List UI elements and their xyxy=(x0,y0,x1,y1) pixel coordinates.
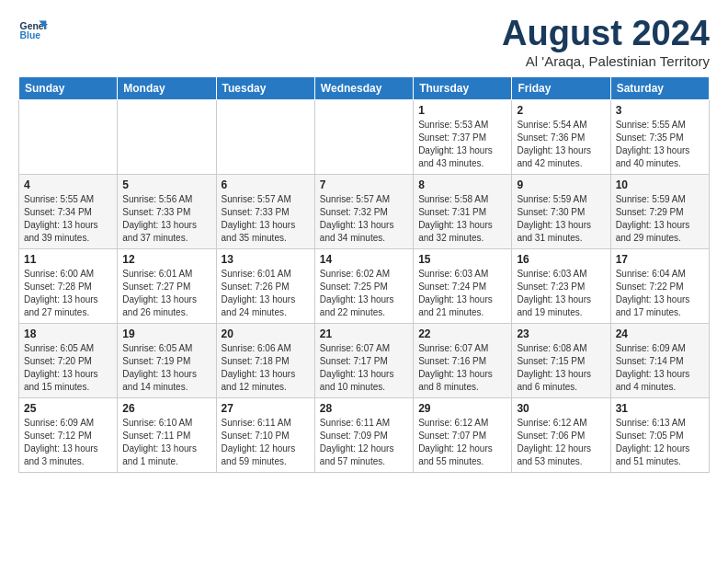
day-info: Sunrise: 6:11 AM Sunset: 7:10 PM Dayligh… xyxy=(222,417,310,468)
day-info: Sunrise: 6:01 AM Sunset: 7:27 PM Dayligh… xyxy=(122,268,210,319)
day-cell xyxy=(314,99,413,174)
day-number: 27 xyxy=(222,402,310,415)
day-cell: 25Sunrise: 6:09 AM Sunset: 7:12 PM Dayli… xyxy=(19,397,118,472)
day-cell: 27Sunrise: 6:11 AM Sunset: 7:10 PM Dayli… xyxy=(216,397,314,472)
day-cell: 12Sunrise: 6:01 AM Sunset: 7:27 PM Dayli… xyxy=(118,248,216,323)
week-row-3: 11Sunrise: 6:00 AM Sunset: 7:28 PM Dayli… xyxy=(19,248,710,323)
day-info: Sunrise: 5:58 AM Sunset: 7:31 PM Dayligh… xyxy=(418,193,506,245)
day-info: Sunrise: 5:55 AM Sunset: 7:34 PM Dayligh… xyxy=(24,193,112,245)
day-number: 6 xyxy=(222,178,310,191)
day-number: 18 xyxy=(24,327,112,340)
day-info: Sunrise: 6:11 AM Sunset: 7:09 PM Dayligh… xyxy=(320,417,408,468)
day-number: 14 xyxy=(320,253,408,266)
day-cell: 29Sunrise: 6:12 AM Sunset: 7:07 PM Dayli… xyxy=(414,397,512,472)
day-header-sunday: Sunday xyxy=(19,76,118,99)
week-row-1: 1Sunrise: 5:53 AM Sunset: 7:37 PM Daylig… xyxy=(19,99,710,174)
day-number: 29 xyxy=(418,402,506,415)
title-block: August 2024 Al 'Araqa, Palestinian Terri… xyxy=(502,15,710,69)
day-cell: 17Sunrise: 6:04 AM Sunset: 7:22 PM Dayli… xyxy=(610,248,709,323)
day-header-friday: Friday xyxy=(512,76,610,99)
day-number: 30 xyxy=(517,402,605,415)
day-info: Sunrise: 6:00 AM Sunset: 7:28 PM Dayligh… xyxy=(24,268,112,319)
day-cell: 19Sunrise: 6:05 AM Sunset: 7:19 PM Dayli… xyxy=(118,323,216,397)
day-cell: 4Sunrise: 5:55 AM Sunset: 7:34 PM Daylig… xyxy=(19,174,118,248)
day-info: Sunrise: 6:10 AM Sunset: 7:11 PM Dayligh… xyxy=(122,417,210,468)
day-header-wednesday: Wednesday xyxy=(314,76,413,99)
week-row-2: 4Sunrise: 5:55 AM Sunset: 7:34 PM Daylig… xyxy=(19,174,710,248)
day-number: 1 xyxy=(418,104,506,117)
day-cell: 31Sunrise: 6:13 AM Sunset: 7:05 PM Dayli… xyxy=(610,397,709,472)
day-number: 11 xyxy=(24,253,112,266)
day-cell: 6Sunrise: 5:57 AM Sunset: 7:33 PM Daylig… xyxy=(216,174,314,248)
day-header-thursday: Thursday xyxy=(414,76,512,99)
day-info: Sunrise: 6:09 AM Sunset: 7:12 PM Dayligh… xyxy=(24,417,112,468)
day-cell: 23Sunrise: 6:08 AM Sunset: 7:15 PM Dayli… xyxy=(512,323,610,397)
day-cell xyxy=(216,99,314,174)
day-number: 17 xyxy=(616,253,704,266)
day-number: 2 xyxy=(517,104,605,117)
day-cell: 24Sunrise: 6:09 AM Sunset: 7:14 PM Dayli… xyxy=(610,323,709,397)
svg-text:Blue: Blue xyxy=(20,30,41,40)
logo-icon: General Blue xyxy=(18,15,48,44)
page-header: General Blue August 2024 Al 'Araqa, Pale… xyxy=(18,15,710,69)
day-info: Sunrise: 6:02 AM Sunset: 7:25 PM Dayligh… xyxy=(320,268,408,319)
day-cell: 8Sunrise: 5:58 AM Sunset: 7:31 PM Daylig… xyxy=(414,174,512,248)
day-number: 5 xyxy=(122,178,210,191)
day-number: 7 xyxy=(320,178,408,191)
day-info: Sunrise: 6:05 AM Sunset: 7:19 PM Dayligh… xyxy=(122,342,210,394)
day-info: Sunrise: 6:07 AM Sunset: 7:17 PM Dayligh… xyxy=(320,342,408,394)
day-cell xyxy=(19,99,118,174)
day-number: 9 xyxy=(517,178,605,191)
day-number: 3 xyxy=(616,104,704,117)
day-info: Sunrise: 6:03 AM Sunset: 7:23 PM Dayligh… xyxy=(517,268,605,319)
day-cell: 5Sunrise: 5:56 AM Sunset: 7:33 PM Daylig… xyxy=(118,174,216,248)
day-cell: 10Sunrise: 5:59 AM Sunset: 7:29 PM Dayli… xyxy=(610,174,709,248)
day-info: Sunrise: 6:09 AM Sunset: 7:14 PM Dayligh… xyxy=(616,342,704,394)
calendar-table: SundayMondayTuesdayWednesdayThursdayFrid… xyxy=(18,76,710,473)
day-number: 10 xyxy=(616,178,704,191)
day-cell: 11Sunrise: 6:00 AM Sunset: 7:28 PM Dayli… xyxy=(19,248,118,323)
day-cell: 26Sunrise: 6:10 AM Sunset: 7:11 PM Dayli… xyxy=(118,397,216,472)
day-info: Sunrise: 6:03 AM Sunset: 7:24 PM Dayligh… xyxy=(418,268,506,319)
day-number: 21 xyxy=(320,327,408,340)
day-header-monday: Monday xyxy=(118,76,216,99)
day-number: 16 xyxy=(517,253,605,266)
day-header-tuesday: Tuesday xyxy=(216,76,314,99)
day-number: 31 xyxy=(616,402,704,415)
day-number: 28 xyxy=(320,402,408,415)
day-number: 8 xyxy=(418,178,506,191)
day-info: Sunrise: 6:12 AM Sunset: 7:07 PM Dayligh… xyxy=(418,417,506,468)
day-number: 12 xyxy=(122,253,210,266)
day-cell: 2Sunrise: 5:54 AM Sunset: 7:36 PM Daylig… xyxy=(512,99,610,174)
day-cell: 9Sunrise: 5:59 AM Sunset: 7:30 PM Daylig… xyxy=(512,174,610,248)
subtitle: Al 'Araqa, Palestinian Territory xyxy=(502,53,710,69)
day-info: Sunrise: 6:08 AM Sunset: 7:15 PM Dayligh… xyxy=(517,342,605,394)
logo: General Blue xyxy=(18,15,48,44)
header-row: SundayMondayTuesdayWednesdayThursdayFrid… xyxy=(19,76,710,99)
day-cell: 22Sunrise: 6:07 AM Sunset: 7:16 PM Dayli… xyxy=(414,323,512,397)
day-cell: 15Sunrise: 6:03 AM Sunset: 7:24 PM Dayli… xyxy=(414,248,512,323)
day-cell: 14Sunrise: 6:02 AM Sunset: 7:25 PM Dayli… xyxy=(314,248,413,323)
day-cell xyxy=(118,99,216,174)
day-number: 20 xyxy=(222,327,310,340)
day-cell: 20Sunrise: 6:06 AM Sunset: 7:18 PM Dayli… xyxy=(216,323,314,397)
day-info: Sunrise: 6:01 AM Sunset: 7:26 PM Dayligh… xyxy=(222,268,310,319)
day-info: Sunrise: 6:05 AM Sunset: 7:20 PM Dayligh… xyxy=(24,342,112,394)
day-info: Sunrise: 5:54 AM Sunset: 7:36 PM Dayligh… xyxy=(517,119,605,170)
day-cell: 30Sunrise: 6:12 AM Sunset: 7:06 PM Dayli… xyxy=(512,397,610,472)
day-info: Sunrise: 5:59 AM Sunset: 7:29 PM Dayligh… xyxy=(616,193,704,245)
week-row-5: 25Sunrise: 6:09 AM Sunset: 7:12 PM Dayli… xyxy=(19,397,710,472)
day-number: 23 xyxy=(517,327,605,340)
day-cell: 13Sunrise: 6:01 AM Sunset: 7:26 PM Dayli… xyxy=(216,248,314,323)
day-info: Sunrise: 5:55 AM Sunset: 7:35 PM Dayligh… xyxy=(616,119,704,170)
day-number: 26 xyxy=(122,402,210,415)
day-cell: 3Sunrise: 5:55 AM Sunset: 7:35 PM Daylig… xyxy=(610,99,709,174)
day-info: Sunrise: 5:53 AM Sunset: 7:37 PM Dayligh… xyxy=(418,119,506,170)
day-number: 25 xyxy=(24,402,112,415)
day-cell: 28Sunrise: 6:11 AM Sunset: 7:09 PM Dayli… xyxy=(314,397,413,472)
main-title: August 2024 xyxy=(502,15,710,53)
day-info: Sunrise: 6:07 AM Sunset: 7:16 PM Dayligh… xyxy=(418,342,506,394)
day-number: 13 xyxy=(222,253,310,266)
day-number: 22 xyxy=(418,327,506,340)
day-number: 19 xyxy=(122,327,210,340)
